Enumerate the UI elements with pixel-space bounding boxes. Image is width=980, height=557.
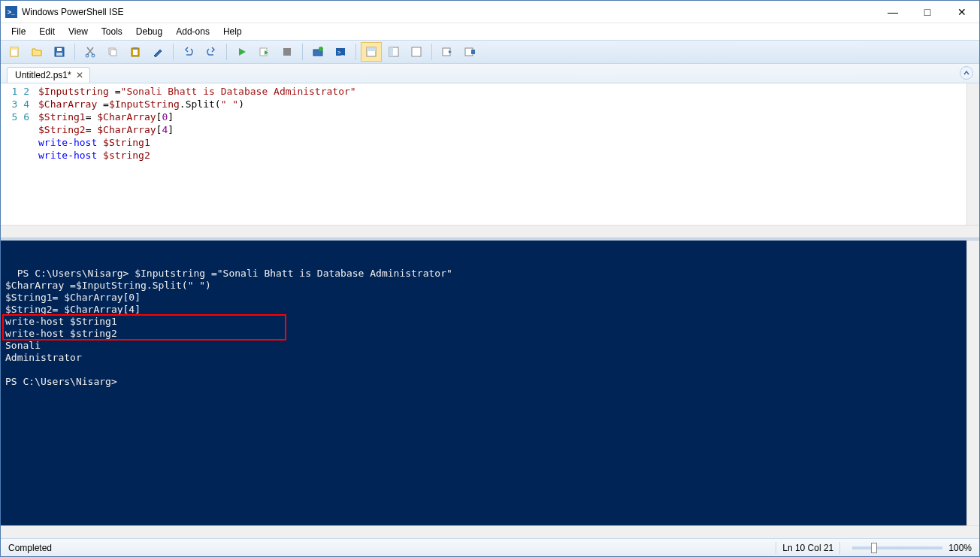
new-remote-button[interactable] [307, 42, 328, 62]
window-controls: — □ ✕ [876, 1, 979, 23]
tab-label: Untitled2.ps1* [15, 70, 71, 80]
toolbar-separator [173, 44, 174, 60]
toolbar: >_ [1, 40, 979, 64]
powershell-button[interactable]: >_ [330, 42, 351, 62]
zoom-level: 100% [948, 543, 972, 553]
menu-edit[interactable]: Edit [33, 25, 61, 38]
menu-help[interactable]: Help [217, 25, 248, 38]
script-tab[interactable]: Untitled2.ps1* ✕ [7, 67, 90, 83]
svg-rect-13 [283, 48, 291, 56]
output-highlight [2, 314, 286, 341]
show-command-button[interactable] [437, 42, 458, 62]
statusbar: Completed Ln 10 Col 21 100% [1, 538, 979, 556]
tab-close-icon[interactable]: ✕ [76, 70, 83, 80]
menubar: File Edit View Tools Debug Add-ons Help [1, 23, 979, 40]
cursor-position: Ln 10 Col 21 [782, 543, 833, 553]
clear-button[interactable] [147, 42, 168, 62]
cut-button[interactable] [80, 42, 101, 62]
svg-text:>_: >_ [337, 49, 345, 56]
app-icon: >_ [5, 6, 17, 18]
layout-side-button[interactable] [383, 42, 404, 62]
undo-button[interactable] [178, 42, 199, 62]
svg-point-15 [319, 47, 323, 51]
copy-button[interactable] [102, 42, 123, 62]
toolbar-separator [74, 44, 75, 60]
minimize-button[interactable]: — [876, 1, 910, 23]
toolbar-separator [431, 44, 432, 60]
collapse-script-button[interactable] [960, 66, 973, 80]
save-button[interactable] [49, 42, 70, 62]
toolbar-separator [355, 44, 356, 60]
menu-addons[interactable]: Add-ons [170, 25, 216, 38]
new-file-button[interactable] [4, 42, 25, 62]
console-pane: PS C:\Users\Nisarg> $Inputstring ="Sonal… [1, 241, 979, 525]
menu-tools[interactable]: Tools [95, 25, 129, 38]
svg-rect-4 [56, 53, 62, 56]
console[interactable]: PS C:\Users\Nisarg> $Inputstring ="Sonal… [1, 241, 966, 525]
toolbar-separator [226, 44, 227, 60]
zoom-thumb[interactable] [871, 543, 877, 553]
code-area[interactable]: $Inputstring ="Sonali Bhatt is Database … [35, 83, 966, 225]
svg-rect-8 [110, 50, 116, 56]
editor-hscrollbar[interactable] [1, 225, 979, 238]
redo-button[interactable] [201, 42, 222, 62]
tabstrip: Untitled2.ps1* ✕ [1, 64, 979, 83]
line-gutter: 1 2 3 4 5 6 [1, 83, 35, 225]
run-script-button[interactable] [231, 42, 253, 62]
show-addon-button[interactable] [459, 42, 480, 62]
menu-file[interactable]: File [5, 25, 32, 38]
window-title: Windows PowerShell ISE [22, 7, 876, 17]
toolbar-separator [302, 44, 303, 60]
layout-full-button[interactable] [406, 42, 427, 62]
run-selection-button[interactable] [254, 42, 275, 62]
svg-rect-10 [133, 50, 138, 55]
paste-button[interactable] [125, 42, 146, 62]
layout-top-button[interactable] [361, 42, 382, 62]
menu-view[interactable]: View [62, 25, 94, 38]
titlebar: >_ Windows PowerShell ISE — □ ✕ [1, 1, 979, 23]
maximize-button[interactable]: □ [910, 1, 945, 23]
close-button[interactable]: ✕ [945, 1, 979, 23]
zoom-slider[interactable] [852, 546, 942, 549]
svg-rect-19 [367, 47, 376, 51]
open-file-button[interactable] [26, 42, 47, 62]
stop-button[interactable] [277, 42, 298, 62]
svg-rect-11 [133, 47, 138, 50]
svg-rect-3 [57, 48, 62, 51]
console-hscrollbar[interactable] [1, 525, 979, 538]
script-editor[interactable]: 1 2 3 4 5 6 $Inputstring ="Sonali Bhatt … [1, 83, 979, 225]
svg-rect-22 [412, 47, 421, 56]
menu-debug[interactable]: Debug [130, 25, 168, 38]
status-text: Completed [8, 543, 52, 553]
editor-vscrollbar[interactable] [966, 83, 979, 225]
svg-rect-25 [471, 50, 475, 54]
console-vscrollbar[interactable] [966, 241, 979, 525]
svg-rect-21 [389, 47, 393, 56]
svg-rect-1 [11, 47, 18, 50]
